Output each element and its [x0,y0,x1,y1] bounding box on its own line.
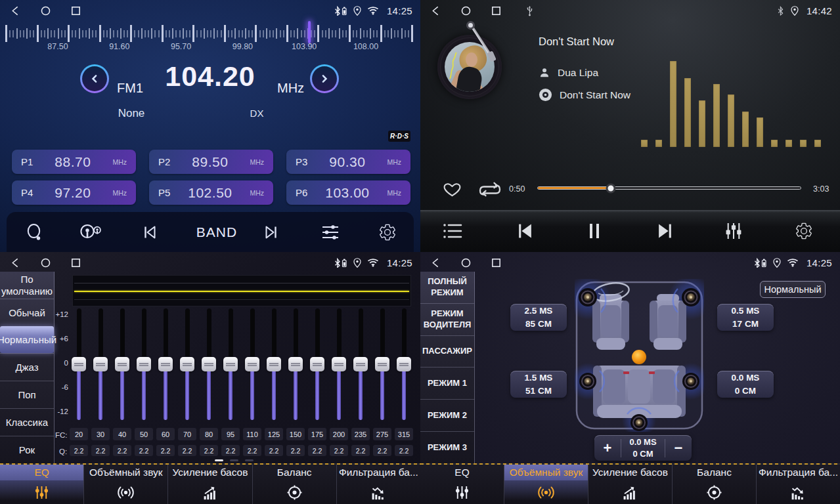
eq-band-slider[interactable] [90,308,111,420]
band-button[interactable]: BAND [196,224,237,240]
previous-track-icon[interactable] [516,222,534,240]
tab-filter[interactable]: Фильтрация ба... [756,465,840,504]
progress-bar[interactable] [537,186,801,190]
eq-band-slider[interactable] [285,308,306,420]
pause-icon[interactable] [586,222,602,240]
playlist-icon[interactable] [442,222,463,240]
delay-front-right[interactable]: 0.5 MS17 CM [717,304,774,331]
eq-band-slider[interactable] [372,308,393,420]
delay-front-left[interactable]: 2.5 MS85 CM [510,304,567,331]
eq-band-slider[interactable] [307,308,328,420]
eq-band-slider[interactable] [198,308,219,420]
tab-bass-boost[interactable]: Усиление басов [167,465,252,504]
tab-surround[interactable]: Объёмный звук [83,465,167,504]
scan-icon[interactable] [25,222,45,242]
album-art[interactable] [437,35,502,99]
slider-handle[interactable] [93,357,108,371]
slider-handle[interactable] [137,357,151,371]
mode-item[interactable]: РЕЖИМ 3 [420,431,474,463]
tab-eq[interactable]: EQ [420,465,504,504]
eq-preset-item[interactable]: Нормальный [0,326,54,353]
slider-handle[interactable] [332,357,346,371]
slider-handle[interactable] [223,357,238,371]
radio-preset-4[interactable]: P497.20MHz [12,180,136,205]
tuner-dial[interactable] [5,25,414,42]
radio-preset-1[interactable]: P188.70MHz [12,150,136,174]
recents-icon[interactable] [491,257,502,268]
home-icon[interactable] [40,5,51,16]
slider-handle[interactable] [115,357,129,371]
tab-surround[interactable]: Объёмный звук [504,465,588,504]
eq-band-slider[interactable] [263,308,284,420]
slider-handle[interactable] [72,357,86,371]
eq-band-slider[interactable] [155,308,176,420]
eq-band-slider[interactable] [242,308,263,420]
mode-item[interactable]: РЕЖИМ 2 [420,399,474,431]
slider-handle[interactable] [245,357,259,371]
tab-balance[interactable]: Баланс [252,465,336,504]
home-icon[interactable] [460,5,472,16]
back-icon[interactable] [10,257,21,268]
slider-handle[interactable] [288,357,303,371]
back-icon[interactable] [430,257,441,268]
next-track-icon[interactable] [657,222,674,240]
radio-preset-3[interactable]: P390.30MHz [286,150,410,174]
eq-band-slider[interactable] [350,308,371,420]
eq-preset-item[interactable]: Обычай [0,299,54,326]
eq-band-slider[interactable] [177,308,198,420]
home-icon[interactable] [40,257,51,268]
eq-band-slider[interactable] [68,308,89,420]
tab-filter[interactable]: Фильтрация ба... [336,465,420,504]
favorite-icon[interactable] [443,180,461,197]
mode-item[interactable]: ПОЛНЫЙ РЕЖИМ [420,272,474,303]
radio-preset-2[interactable]: P289.50MHz [149,150,273,174]
eq-band-slider[interactable] [133,308,154,420]
home-icon[interactable] [460,257,472,268]
tune-up-button[interactable] [310,64,339,93]
eq-preset-item[interactable]: По умолчанию [0,272,54,299]
slider-handle[interactable] [353,357,368,371]
slider-handle[interactable] [310,357,324,371]
tab-eq[interactable]: EQ [0,465,83,504]
mode-item[interactable]: ПАССАЖИР [420,335,474,368]
delay-minus-button[interactable]: − [665,436,692,460]
next-icon[interactable] [262,224,280,241]
mixer-icon[interactable] [724,222,743,240]
eq-band-slider[interactable] [112,308,133,420]
settings-gear-icon[interactable] [795,222,814,241]
eq-band-slider[interactable] [220,308,241,420]
previous-icon[interactable] [141,224,159,241]
surround-preset-button[interactable]: Нормальный [760,281,826,298]
progress-knob[interactable] [606,183,615,193]
eq-preset-item[interactable]: Поп [0,381,54,408]
tab-balance[interactable]: Баланс [672,465,756,504]
delay-rear-left[interactable]: 1.5 MS51 CM [510,371,567,398]
eq-preset-item[interactable]: Джаз [0,353,54,381]
repeat-icon[interactable] [478,182,502,198]
slider-handle[interactable] [375,357,389,371]
recents-icon[interactable] [70,257,81,268]
eq-settings-icon[interactable] [321,223,340,242]
eq-band-slider[interactable] [393,308,414,420]
slider-handle[interactable] [180,357,194,371]
recents-icon[interactable] [70,5,81,16]
back-icon[interactable] [10,5,21,16]
eq-preset-item[interactable]: Рок [0,436,54,463]
recents-icon[interactable] [491,5,502,16]
radio-preset-6[interactable]: P6103.00MHz [286,180,410,205]
tab-bass-boost[interactable]: Усиление басов [588,465,672,504]
mode-item[interactable]: РЕЖИМ 1 [420,367,474,399]
eq-preset-item[interactable]: Классика [0,408,54,436]
eq-band-slider[interactable] [328,308,349,420]
broadcast-icon[interactable] [78,223,103,242]
delay-rear-right[interactable]: 0.0 MS0 CM [717,371,774,398]
mode-item[interactable]: РЕЖИМ ВОДИТЕЛЯ [420,303,474,335]
settings-gear-icon[interactable] [378,222,397,242]
slider-handle[interactable] [202,357,216,371]
slider-handle[interactable] [158,357,173,371]
back-icon[interactable] [430,5,441,16]
tune-down-button[interactable] [80,64,109,93]
slider-handle[interactable] [397,357,411,371]
slider-handle[interactable] [267,357,281,371]
radio-preset-5[interactable]: P5102.50MHz [149,180,273,205]
